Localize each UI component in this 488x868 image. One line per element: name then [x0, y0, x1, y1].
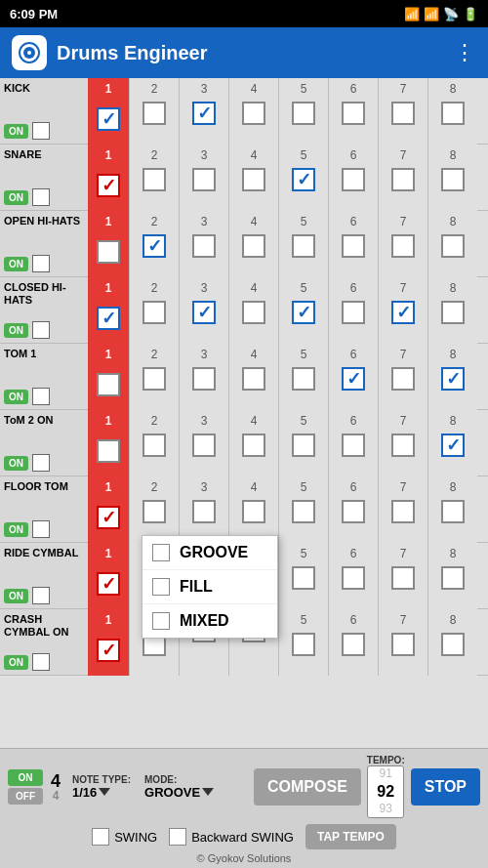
kick-beat-5-check[interactable]: [292, 102, 315, 125]
tom2-beat-4-check[interactable]: [242, 434, 265, 457]
floor-tom-beat-3[interactable]: 3: [179, 476, 228, 543]
snare-beat-7-check[interactable]: [391, 168, 415, 191]
crash-cymbal-beat-6-check[interactable]: [342, 633, 365, 656]
tom2-beat-3-check[interactable]: [192, 434, 216, 457]
kick-beat-6[interactable]: 6: [328, 78, 378, 145]
tom2-beat-2-check[interactable]: [142, 434, 166, 457]
dropdown-item-mixed[interactable]: MIXED: [142, 604, 277, 638]
kick-beat-3[interactable]: 3: [179, 78, 228, 145]
tom1-beat-5-check[interactable]: [292, 367, 315, 391]
snare-beat-6-check[interactable]: [342, 168, 365, 191]
tom1-beat-4[interactable]: 4: [228, 344, 278, 410]
snare-beat-1[interactable]: 1: [88, 145, 129, 211]
snare-beat-8-check[interactable]: [441, 168, 465, 191]
tom1-beat-6[interactable]: 6: [328, 344, 378, 410]
floor-tom-beat-7-check[interactable]: [391, 500, 415, 523]
note-type-arrow[interactable]: [99, 788, 110, 796]
snare-beat-7[interactable]: 7: [378, 145, 427, 211]
compose-button[interactable]: COMPOSE: [254, 768, 361, 806]
floor-tom-on-button[interactable]: ON: [4, 522, 28, 537]
floor-tom-beat-8-check[interactable]: [441, 500, 465, 523]
kick-on-button[interactable]: ON: [4, 124, 28, 139]
open-hi-hats-beat-1[interactable]: 1: [88, 211, 129, 277]
kick-beat-4[interactable]: 4: [228, 78, 278, 145]
floor-tom-beat-6[interactable]: 6: [328, 476, 378, 543]
note-type-select[interactable]: 1/16: [72, 785, 110, 800]
tom1-beat-7-check[interactable]: [391, 367, 415, 391]
tom2-beat-7-check[interactable]: [391, 434, 415, 457]
tom2-beat-5-check[interactable]: [292, 434, 315, 457]
crash-cymbal-beat-8-check[interactable]: [441, 633, 465, 656]
snare-beat-5-check[interactable]: [292, 168, 315, 191]
closed-hi-hats-beat-7-check[interactable]: [391, 301, 415, 324]
tom1-beat-1-check[interactable]: [97, 373, 120, 396]
dropdown-mixed-checkbox[interactable]: [152, 612, 170, 630]
closed-hi-hats-beat-1-check[interactable]: [97, 307, 120, 330]
tom1-mute-checkbox[interactable]: [32, 388, 50, 405]
open-hi-hats-beat-8-check[interactable]: [441, 234, 465, 258]
ride-cymbal-beat-1-check[interactable]: [97, 572, 120, 596]
crash-cymbal-beat-7-check[interactable]: [391, 633, 415, 656]
kick-beat-2[interactable]: 2: [129, 78, 179, 145]
open-hi-hats-beat-7[interactable]: 7: [378, 211, 427, 277]
closed-hi-hats-beat-6[interactable]: 6: [328, 277, 378, 344]
tom1-on-button[interactable]: ON: [4, 390, 28, 404]
time-signature[interactable]: 4 4: [51, 772, 61, 802]
tom2-beat-1[interactable]: 1: [88, 410, 129, 476]
tom2-on-button[interactable]: ON: [4, 456, 28, 471]
floor-tom-beat-4[interactable]: 4: [228, 476, 278, 543]
snare-mute-checkbox[interactable]: [32, 188, 50, 206]
crash-cymbal-beat-6[interactable]: 6: [328, 609, 378, 676]
swing-checkbox[interactable]: [92, 828, 109, 846]
dropdown-item-groove[interactable]: GROOVE: [142, 536, 277, 570]
closed-hi-hats-beat-7[interactable]: 7: [378, 277, 427, 344]
tom2-beat-3[interactable]: 3: [179, 410, 228, 476]
floor-tom-beat-2-check[interactable]: [142, 500, 166, 523]
tom1-beat-5[interactable]: 5: [278, 344, 328, 410]
crash-cymbal-on-button[interactable]: ON: [4, 655, 28, 670]
floor-tom-beat-4-check[interactable]: [242, 500, 265, 523]
floor-tom-beat-7[interactable]: 7: [378, 476, 427, 543]
tom2-beat-7[interactable]: 7: [378, 410, 427, 476]
closed-hi-hats-beat-3[interactable]: 3: [179, 277, 228, 344]
floor-tom-mute-checkbox[interactable]: [32, 520, 50, 538]
ride-cymbal-beat-8[interactable]: 8: [427, 543, 477, 609]
snare-beat-1-check[interactable]: [97, 174, 120, 197]
tempo-scroll[interactable]: 91 92 93: [367, 765, 404, 818]
tom2-beat-2[interactable]: 2: [129, 410, 179, 476]
tom1-beat-7[interactable]: 7: [378, 344, 427, 410]
global-off-button[interactable]: OFF: [8, 788, 43, 805]
ride-cymbal-beat-5-check[interactable]: [292, 566, 315, 590]
backward-swing-checkbox[interactable]: [169, 828, 186, 846]
floor-tom-beat-1-check[interactable]: [97, 506, 120, 529]
ride-cymbal-beat-6-check[interactable]: [342, 566, 365, 590]
kick-mute-checkbox[interactable]: [32, 122, 50, 140]
snare-beat-4-check[interactable]: [242, 168, 265, 191]
closed-hi-hats-beat-5[interactable]: 5: [278, 277, 328, 344]
kick-beat-7-check[interactable]: [391, 102, 415, 125]
open-hi-hats-beat-5-check[interactable]: [292, 234, 315, 258]
dropdown-fill-checkbox[interactable]: [152, 578, 170, 596]
closed-hi-hats-beat-2[interactable]: 2: [129, 277, 179, 344]
crash-cymbal-mute-checkbox[interactable]: [32, 653, 50, 671]
crash-cymbal-beat-1[interactable]: 1: [88, 609, 129, 676]
ride-cymbal-mute-checkbox[interactable]: [32, 587, 50, 604]
open-hi-hats-beat-2[interactable]: 2: [129, 211, 179, 277]
closed-hi-hats-beat-2-check[interactable]: [142, 301, 166, 324]
snare-beat-2-check[interactable]: [142, 168, 166, 191]
tom2-beat-6[interactable]: 6: [328, 410, 378, 476]
kick-beat-3-check[interactable]: [192, 102, 216, 125]
kick-beat-4-check[interactable]: [242, 102, 265, 125]
closed-hi-hats-beat-8-check[interactable]: [441, 301, 465, 324]
closed-hi-hats-beat-3-check[interactable]: [192, 301, 216, 324]
tom2-beat-8[interactable]: 8: [427, 410, 477, 476]
snare-beat-5[interactable]: 5: [278, 145, 328, 211]
tom1-beat-3[interactable]: 3: [179, 344, 228, 410]
tom1-beat-6-check[interactable]: [342, 367, 365, 391]
open-hi-hats-mute-checkbox[interactable]: [32, 255, 50, 272]
open-hi-hats-beat-4[interactable]: 4: [228, 211, 278, 277]
snare-beat-4[interactable]: 4: [228, 145, 278, 211]
open-hi-hats-beat-7-check[interactable]: [391, 234, 415, 258]
open-hi-hats-beat-6-check[interactable]: [342, 234, 365, 258]
ride-cymbal-on-button[interactable]: ON: [4, 589, 28, 603]
